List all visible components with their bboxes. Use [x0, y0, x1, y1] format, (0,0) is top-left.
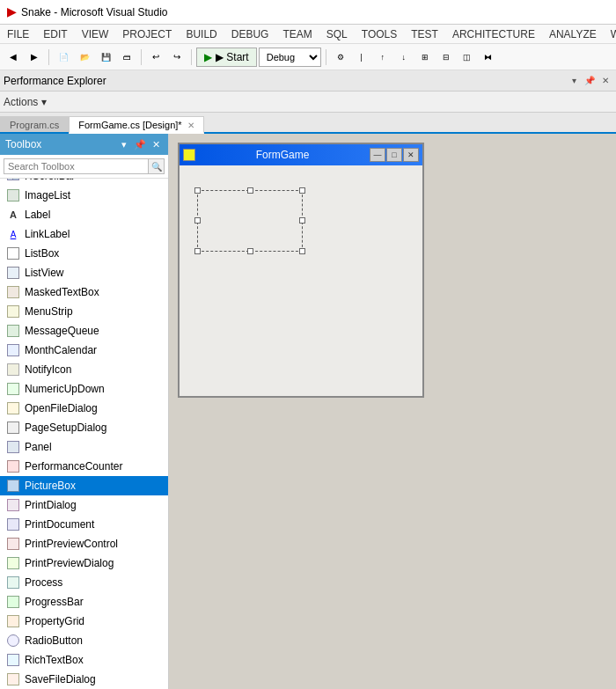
handle-mid-right[interactable]	[299, 217, 305, 224]
selected-control[interactable]	[197, 190, 303, 252]
open-button[interactable]: 📂	[75, 48, 94, 67]
toolbox-item-picturebox[interactable]: PictureBox	[0, 476, 168, 495]
toolbox-item-propertygrid[interactable]: PropertyGrid	[0, 612, 168, 631]
toolbox-dropdown-icon[interactable]: ▾	[117, 137, 131, 151]
toolbar-btn-11[interactable]: ⧓	[479, 48, 498, 67]
toolbox-item-label-notifyicon: NotifyIcon	[25, 363, 71, 376]
toolbox-item-icon-pagesetupdialog	[5, 420, 21, 436]
menu-tools[interactable]: TOOLS	[355, 25, 404, 43]
toolbox-item-savefiledialog[interactable]: SaveFileDialog	[0, 670, 168, 689]
handle-bottom-mid[interactable]	[247, 248, 253, 254]
toolbox-item-maskedtextbox[interactable]: MaskedTextBox	[0, 282, 168, 302]
perf-pin-icon[interactable]: 📌	[583, 74, 597, 88]
menu-architecture[interactable]: ARCHITECTURE	[445, 25, 542, 43]
toolbox-item-progressbar[interactable]: ProgressBar	[0, 592, 168, 612]
toolbox-item-icon-panel	[5, 439, 21, 455]
toolbox-item-linklabel[interactable]: ALinkLabel	[0, 224, 168, 244]
handle-bottom-right[interactable]	[299, 248, 305, 254]
menu-view[interactable]: VIEW	[75, 25, 116, 43]
undo-button[interactable]: ↩	[146, 48, 165, 67]
toolbox-item-listbox[interactable]: ListBox	[0, 244, 168, 263]
menu-edit[interactable]: EDIT	[36, 25, 74, 43]
toolbox-close-icon[interactable]: ✕	[149, 137, 163, 151]
toolbox-item-radiobutton[interactable]: RadioButton	[0, 631, 168, 650]
main-area: Toolbox ▾ 📌 ✕ 🔍 GroupBox?HelpProviderHSc…	[0, 134, 616, 689]
toolbox-item-icon-printpreviewcontrol	[5, 536, 21, 552]
toolbox-item-icon-label: A	[5, 207, 21, 223]
menu-team[interactable]: TEAM	[275, 25, 319, 43]
toolbox-item-icon-listview	[5, 265, 21, 281]
menu-test[interactable]: TEST	[404, 25, 445, 43]
design-area[interactable]: FormGame — □ ✕	[169, 134, 616, 689]
toolbox-item-printpreviewdialog[interactable]: PrintPreviewDialog	[0, 553, 168, 573]
document-tabs: Program.cs FormGame.cs [Design]* ✕	[0, 113, 616, 134]
handle-top-left[interactable]	[194, 187, 201, 194]
menu-file[interactable]: FILE	[0, 25, 36, 43]
toolbox-pin-icon[interactable]: 📌	[133, 137, 147, 151]
toolbox-item-openfiledialog[interactable]: OpenFileDialog	[0, 399, 168, 418]
save-all-button[interactable]: 🗃	[117, 48, 136, 67]
search-icon-button[interactable]: 🔍	[149, 158, 165, 174]
tab-program-cs[interactable]: Program.cs	[0, 116, 69, 132]
toolbox-item-label-numericupdown: NumericUpDown	[25, 383, 105, 395]
menu-debug[interactable]: DEBUG	[224, 25, 276, 43]
toolbox-list: GroupBox?HelpProviderHScrollBarImageList…	[0, 179, 168, 689]
toolbox-item-menustrip[interactable]: MenuStrip	[0, 302, 168, 321]
handle-top-right[interactable]	[299, 187, 305, 194]
toolbar-btn-8[interactable]: ⊞	[415, 48, 435, 67]
menu-project[interactable]: PROJECT	[115, 25, 179, 43]
handle-mid-left[interactable]	[194, 217, 201, 224]
perf-dropdown-icon[interactable]: ▾	[567, 74, 581, 88]
toolbox-item-numericupdown[interactable]: NumericUpDown	[0, 379, 168, 399]
toolbox-item-label-imagelist: ImageList	[25, 189, 70, 202]
save-button[interactable]: 💾	[96, 48, 115, 67]
handle-top-mid[interactable]	[247, 187, 253, 194]
tab-formgame-design[interactable]: FormGame.cs [Design]* ✕	[69, 116, 203, 134]
toolbox-item-printpreviewcontrol[interactable]: PrintPreviewControl	[0, 534, 168, 553]
run-button[interactable]: ▶ ▶ Start	[196, 48, 257, 67]
menu-analyze[interactable]: ANALYZE	[542, 25, 604, 43]
toolbox-item-pagesetupdialog[interactable]: PageSetupDialog	[0, 418, 168, 437]
perf-close-icon[interactable]: ✕	[598, 74, 612, 88]
toolbox-item-notifyicon[interactable]: NotifyIcon	[0, 360, 168, 379]
toolbox-item-listview[interactable]: ListView	[0, 263, 168, 282]
toolbar-btn-9[interactable]: ⊟	[436, 48, 456, 67]
toolbox-item-hscrollbar[interactable]: HScrollBar	[0, 179, 168, 186]
toolbox-item-process[interactable]: Process	[0, 573, 168, 592]
toolbox-item-messagequeue[interactable]: MessageQueue	[0, 321, 168, 341]
toolbox-item-label-listview: ListView	[25, 267, 63, 279]
menu-w[interactable]: W	[604, 25, 616, 43]
new-file-button[interactable]: 📄	[54, 48, 73, 67]
form-body	[180, 165, 422, 394]
toolbox-item-imagelist[interactable]: ImageList	[0, 186, 168, 205]
toolbox-search-input[interactable]	[4, 158, 149, 174]
toolbox-item-icon-hscrollbar	[5, 179, 21, 184]
toolbar-btn-7[interactable]: ↓	[394, 48, 414, 67]
toolbox-item-richtextbox[interactable]: RichTextBox	[0, 650, 168, 670]
form-minimize-button[interactable]: —	[370, 148, 385, 162]
menu-sql[interactable]: SQL	[319, 25, 355, 43]
toolbox-item-label[interactable]: ALabel	[0, 205, 168, 224]
toolbox-item-printdialog[interactable]: PrintDialog	[0, 495, 168, 515]
toolbox-panel: Toolbox ▾ 📌 ✕ 🔍 GroupBox?HelpProviderHSc…	[0, 134, 169, 689]
actions-label[interactable]: Actions ▾	[4, 96, 47, 108]
toolbox-item-printdocument[interactable]: PrintDocument	[0, 515, 168, 534]
back-button[interactable]: ◀	[4, 48, 23, 67]
toolbar: ◀ ▶ 📄 📂 💾 🗃 ↩ ↪ ▶ ▶ Start Debug Release …	[0, 44, 616, 70]
toolbox-item-monthcalendar[interactable]: MonthCalendar	[0, 341, 168, 360]
toolbox-item-performancecounter[interactable]: PerformanceCounter	[0, 457, 168, 476]
toolbox-search-bar: 🔍	[0, 155, 168, 179]
form-close-button[interactable]: ✕	[403, 148, 419, 162]
debug-config-select[interactable]: Debug Release	[259, 48, 321, 67]
tab-formgame-close[interactable]: ✕	[187, 121, 194, 130]
attach-button[interactable]: ⚙	[331, 48, 350, 67]
toolbar-btn-5[interactable]: |	[352, 48, 371, 67]
menu-build[interactable]: BUILD	[179, 25, 224, 43]
toolbox-item-panel[interactable]: Panel	[0, 437, 168, 457]
redo-button[interactable]: ↪	[167, 48, 187, 67]
form-maximize-button[interactable]: □	[386, 148, 402, 162]
handle-bottom-left[interactable]	[194, 248, 201, 254]
forward-button[interactable]: ▶	[25, 48, 44, 67]
toolbar-btn-10[interactable]: ◫	[458, 48, 477, 67]
toolbar-btn-6[interactable]: ↑	[373, 48, 392, 67]
